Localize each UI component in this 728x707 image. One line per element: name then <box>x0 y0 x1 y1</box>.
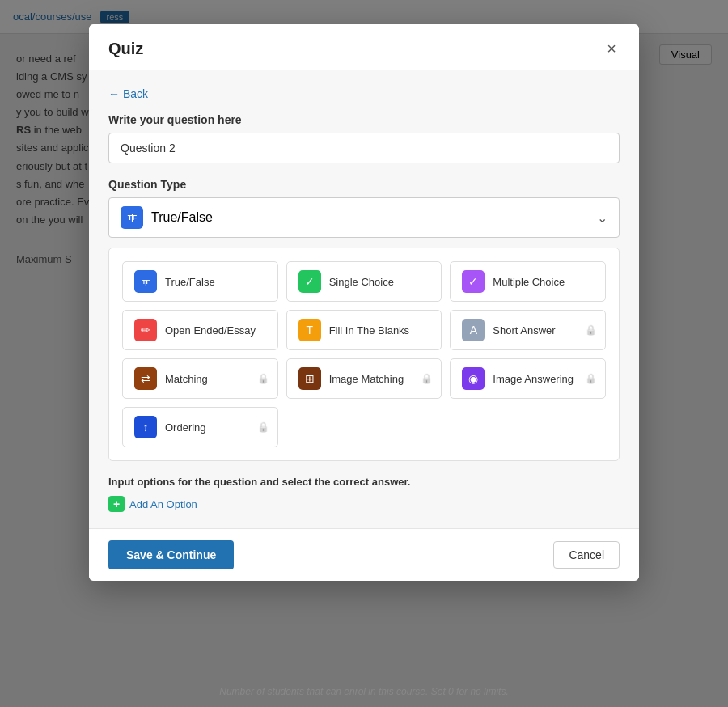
type-card-short-answer[interactable]: AShort Answer🔒 <box>450 310 606 350</box>
lock-icon-matching: 🔒 <box>257 373 269 384</box>
type-card-ordering[interactable]: ↕Ordering🔒 <box>122 407 278 447</box>
type-icon-image-answering: ◉ <box>462 367 485 390</box>
question-type-dropdown[interactable]: T|F True/False ⌄ <box>108 197 620 238</box>
type-label-ordering: Ordering <box>165 421 206 434</box>
type-icon-single-choice: ✓ <box>298 270 321 293</box>
add-option-icon: + <box>108 496 125 512</box>
type-icon-open-ended: ✏ <box>134 319 157 341</box>
modal-overlay: Quiz × ← Back Write your question here Q… <box>0 0 728 707</box>
lock-icon-short-answer: 🔒 <box>585 324 597 336</box>
add-option-label: Add An Option <box>129 498 197 510</box>
lock-icon-image-matching: 🔒 <box>421 373 433 384</box>
modal-header: Quiz × <box>89 24 639 70</box>
type-label-single-choice: Single Choice <box>329 276 394 288</box>
type-card-open-ended[interactable]: ✏Open Ended/Essay <box>122 310 278 350</box>
type-card-true-false[interactable]: T|FTrue/False <box>122 261 278 302</box>
question-input[interactable] <box>108 133 620 163</box>
lock-icon-image-answering: 🔒 <box>585 373 597 384</box>
question-type-label: Question Type <box>108 178 620 191</box>
add-option-link[interactable]: + Add An Option <box>108 496 197 512</box>
cancel-button[interactable]: Cancel <box>553 541 620 569</box>
back-link[interactable]: ← Back <box>108 87 148 100</box>
type-label-true-false: True/False <box>165 276 215 288</box>
type-icon-short-answer: A <box>462 319 485 341</box>
dropdown-left: T|F True/False <box>121 206 213 229</box>
type-label-multiple-choice: Multiple Choice <box>493 276 565 288</box>
type-label-fill-blanks: Fill In The Blanks <box>329 324 409 337</box>
modal-title: Quiz <box>108 40 143 58</box>
type-icon-image-matching: ⊞ <box>298 367 321 390</box>
type-grid: T|FTrue/False✓Single Choice✓Multiple Cho… <box>122 261 606 447</box>
type-card-multiple-choice[interactable]: ✓Multiple Choice <box>450 261 606 302</box>
type-icon-fill-blanks: T <box>298 319 321 341</box>
type-card-image-answering[interactable]: ◉Image Answering🔒 <box>450 358 606 399</box>
dropdown-selected-type: True/False <box>151 210 213 225</box>
dropdown-type-icon: T|F <box>121 206 143 229</box>
modal-footer: Save & Continue Cancel <box>89 528 639 581</box>
lock-icon-ordering: 🔒 <box>257 421 269 433</box>
modal-body: ← Back Write your question here Question… <box>89 70 639 528</box>
type-card-single-choice[interactable]: ✓Single Choice <box>286 261 442 302</box>
type-icon-multiple-choice: ✓ <box>462 270 485 293</box>
back-label: Back <box>123 87 148 100</box>
type-icon-true-false: T|F <box>134 270 157 293</box>
type-label-image-answering: Image Answering <box>493 373 574 385</box>
quiz-modal: Quiz × ← Back Write your question here Q… <box>89 24 639 581</box>
input-options-label: Input options for the question and selec… <box>108 476 620 488</box>
type-label-short-answer: Short Answer <box>493 324 555 337</box>
type-card-matching[interactable]: ⇄Matching🔒 <box>122 358 278 399</box>
dropdown-arrow-icon: ⌄ <box>597 210 607 226</box>
save-continue-button[interactable]: Save & Continue <box>108 540 234 569</box>
question-field-label: Write your question here <box>108 113 620 126</box>
type-label-image-matching: Image Matching <box>329 373 404 385</box>
back-arrow-icon: ← <box>108 87 120 100</box>
type-label-matching: Matching <box>165 373 208 385</box>
bottom-note: Number of students that can enrol in thi… <box>0 686 728 697</box>
type-card-fill-blanks[interactable]: TFill In The Blanks <box>286 310 442 350</box>
type-icon-matching: ⇄ <box>134 367 157 390</box>
type-icon-ordering: ↕ <box>134 416 157 438</box>
type-card-image-matching[interactable]: ⊞Image Matching🔒 <box>286 358 442 399</box>
type-grid-container: T|FTrue/False✓Single Choice✓Multiple Cho… <box>108 248 620 461</box>
close-button[interactable]: × <box>603 39 620 58</box>
type-label-open-ended: Open Ended/Essay <box>165 324 256 337</box>
